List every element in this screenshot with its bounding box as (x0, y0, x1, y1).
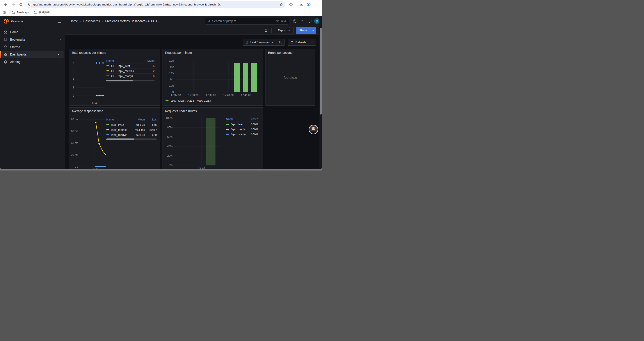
legend-column-las[interactable]: Las (145, 118, 157, 121)
legend-row[interactable]: /api/_livez100% (226, 122, 258, 127)
help-button[interactable] (291, 17, 298, 25)
scrollbar-thumb[interactable] (320, 28, 322, 115)
sidebar-item-chevron[interactable] (59, 38, 62, 41)
bookmark-folder-blogs[interactable]: 收藏博客 (34, 11, 50, 14)
forward-button[interactable] (10, 1, 17, 8)
panel-total-requests: Total requests per minute 6543217:40 Nam… (69, 49, 160, 106)
svg-text:0 s: 0 s (75, 165, 78, 168)
series-value: 605 µs (131, 133, 145, 137)
series-name[interactable]: /api/_metrics (111, 128, 127, 131)
panel-title[interactable]: Errors per second (266, 49, 315, 56)
sidebar-item-bookmarks[interactable]: Bookmarks (0, 36, 65, 43)
home-icon (4, 30, 8, 34)
refresh-interval-button[interactable] (308, 39, 316, 46)
series-value: 40.1 ms (131, 128, 145, 131)
kebab-menu-icon (314, 3, 318, 6)
app-body: HomeBookmarksStarredDashboardsAlerting E… (0, 26, 322, 169)
profile-button[interactable] (305, 1, 312, 8)
zoom-out-button[interactable] (276, 39, 284, 46)
series-name[interactable]: /api/_metrics (231, 128, 246, 131)
bookmark-star-icon[interactable] (280, 3, 283, 6)
legend-column-mean[interactable]: Mean (142, 59, 154, 62)
legend-row[interactable]: /api/_readyz605 µs620 (106, 132, 157, 137)
series-name[interactable]: GET /api/_readyz (111, 74, 133, 78)
share-button[interactable]: Share (296, 27, 316, 34)
site-settings-icon[interactable] (26, 2, 32, 7)
rss-icon (300, 19, 304, 23)
assistant-avatar[interactable] (309, 125, 318, 134)
share-menu-button[interactable] (310, 27, 316, 34)
legend-column-name[interactable]: Name (106, 118, 131, 121)
page-scrollbar[interactable] (319, 16, 322, 169)
grafana-app: Grafana Home › Dashboards › Freeleaps Me… (0, 16, 322, 169)
extensions-button[interactable] (287, 1, 294, 8)
display-button[interactable] (306, 17, 313, 25)
apps-grid-icon[interactable] (3, 11, 6, 14)
legend-row[interactable]: GET /api/_metrics2 (106, 68, 154, 73)
avatar-eye (314, 128, 315, 129)
svg-text:40 ms: 40 ms (71, 142, 78, 145)
downloads-button[interactable] (298, 1, 305, 8)
svg-text:17:40: 17:40 (198, 167, 205, 169)
svg-text:17:40: 17:40 (92, 167, 99, 169)
legend-column-mean[interactable]: Mean (131, 118, 145, 121)
legend-row[interactable]: /api/_livez661 µs646 (106, 122, 157, 127)
address-bar[interactable]: grafana.mathmast.com/d/deytv4rwavabkb/fr… (26, 1, 286, 8)
legend-row[interactable]: GET /api/_readyz6 (106, 73, 154, 78)
breadcrumb-dashboards[interactable]: Dashboards (83, 19, 100, 23)
sidebar-toggle-button[interactable] (58, 19, 62, 23)
legend-row[interactable]: GET /api/_livez6 (106, 63, 154, 68)
sidebar-item-chevron[interactable] (57, 53, 60, 56)
news-button[interactable] (298, 17, 306, 25)
sidebar-item-home[interactable]: Home (0, 28, 65, 36)
svg-text:17:41:00: 17:41:00 (241, 94, 251, 97)
series-name[interactable]: /api/_livez (111, 123, 124, 126)
back-button[interactable] (2, 1, 10, 8)
series-value: 100% (246, 133, 258, 136)
time-range-picker[interactable]: Last 5 minutes (243, 39, 276, 46)
series-name[interactable]: /api/_readyz (231, 133, 246, 136)
series-name[interactable]: GET /api/_livez (111, 64, 130, 68)
series-name[interactable]: /api/_livez (231, 123, 244, 126)
sidebar-item-dashboards[interactable]: Dashboards (0, 51, 64, 58)
sidebar-item-starred[interactable]: Starred (0, 43, 65, 51)
grafana-logo (4, 19, 9, 24)
svg-text:40%: 40% (167, 145, 172, 148)
bookmark-folder-freeleaps[interactable]: Freeleaps (12, 11, 29, 14)
reload-button[interactable] (17, 1, 24, 8)
legend-column-name[interactable]: Name (106, 59, 142, 62)
svg-text:0%: 0% (169, 164, 173, 167)
search-input[interactable]: Search or jump to... ⌘+k (205, 18, 289, 25)
sidebar-item-chevron[interactable] (59, 60, 62, 63)
share-label[interactable]: Share (296, 27, 310, 34)
sidebar-item-chevron[interactable] (59, 46, 62, 48)
series-chip (226, 124, 229, 125)
legend-series[interactable]: 2xx (171, 99, 176, 102)
svg-text:20%: 20% (167, 154, 172, 157)
menu-button[interactable] (312, 1, 320, 8)
zoom-out-icon (279, 41, 282, 44)
legend-scrollbar[interactable] (106, 80, 154, 81)
sidebar-item-alerting[interactable]: Alerting (0, 58, 65, 65)
sidebar: HomeBookmarksStarredDashboardsAlerting (0, 26, 65, 169)
svg-text:0.2: 0.2 (170, 65, 174, 69)
legend-row[interactable]: /api/_readyz100% (226, 132, 258, 137)
bookmark-label: 收藏博客 (39, 11, 50, 14)
svg-text:6: 6 (73, 62, 74, 65)
legend-column-name[interactable]: Name (226, 117, 246, 121)
refresh-button[interactable]: Refresh (288, 39, 308, 46)
legend-row[interactable]: /api/_metrics100% (226, 127, 258, 132)
legend-column-last[interactable]: Last * (246, 117, 258, 121)
legend-scrollbar-thumb[interactable] (106, 80, 133, 81)
chart-legend: 2xx Mean: 0.233 Max: 0.233 (166, 99, 211, 102)
legend-scrollbar-thumb[interactable] (106, 138, 134, 140)
breadcrumb-separator: › (80, 19, 81, 23)
legend-row[interactable]: /api/_metrics40.1 ms20.5 r (106, 127, 157, 132)
legend-scrollbar[interactable] (106, 138, 157, 140)
breadcrumb-home[interactable]: Home (70, 19, 78, 23)
series-name[interactable]: GET /api/_metrics (111, 69, 134, 73)
series-name[interactable]: /api/_readyz (111, 133, 127, 137)
dashboard-main: Export Share (65, 26, 322, 169)
favorite-star-icon[interactable] (264, 28, 268, 33)
export-button[interactable]: Export (275, 27, 294, 34)
